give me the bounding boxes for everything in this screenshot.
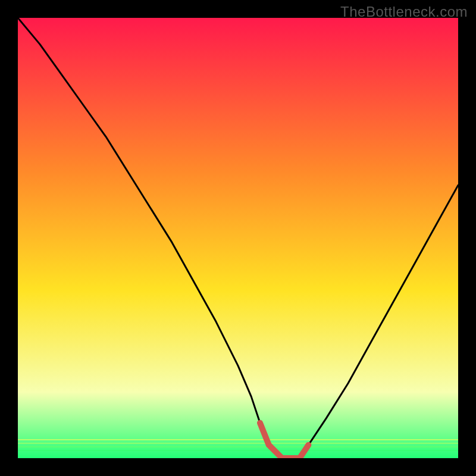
svg-rect-3 [18, 450, 458, 451]
plot-area [18, 18, 458, 458]
svg-rect-0 [18, 439, 458, 440]
svg-rect-2 [18, 446, 458, 447]
chart-svg [18, 18, 458, 458]
svg-rect-1 [18, 443, 458, 444]
watermark-text: TheBottleneck.com [340, 4, 468, 20]
gradient-background [18, 18, 458, 458]
chart-frame: TheBottleneck.com [0, 0, 476, 476]
